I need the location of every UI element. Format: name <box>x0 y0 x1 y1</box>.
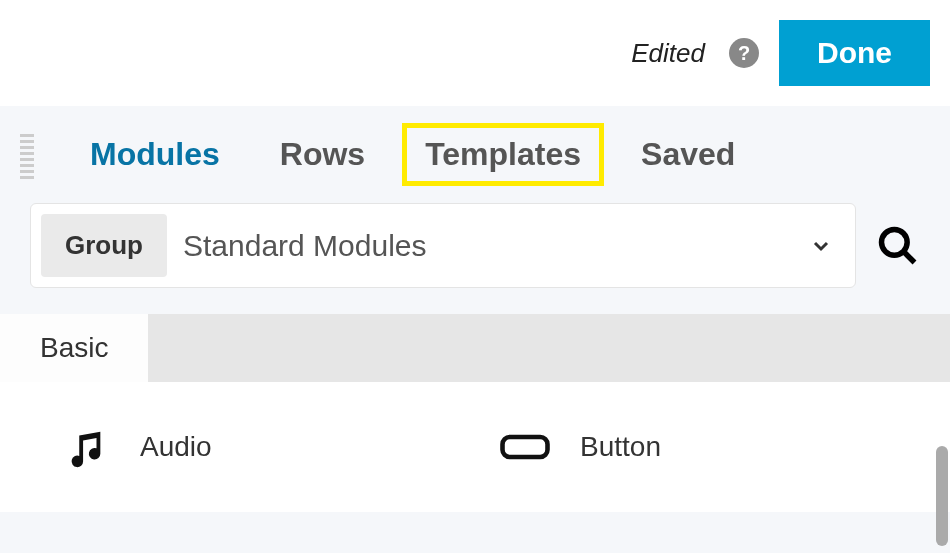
section-header-row: Basic <box>0 314 950 382</box>
module-button[interactable]: Button <box>500 422 900 472</box>
scrollbar[interactable] <box>936 446 948 546</box>
help-icon[interactable]: ? <box>729 38 759 68</box>
search-icon[interactable] <box>876 224 920 268</box>
module-label-audio: Audio <box>140 431 212 463</box>
group-value: Standard Modules <box>183 229 793 263</box>
group-select[interactable]: Group Standard Modules <box>30 203 856 288</box>
drag-handle-icon[interactable] <box>20 134 34 179</box>
button-icon <box>500 422 550 472</box>
svg-point-0 <box>882 229 908 255</box>
tab-templates[interactable]: Templates <box>402 123 604 186</box>
chevron-down-icon <box>809 234 833 258</box>
modules-area: Audio Button <box>0 382 950 512</box>
filter-row: Group Standard Modules <box>0 203 950 314</box>
tab-rows[interactable]: Rows <box>280 136 365 173</box>
done-button[interactable]: Done <box>779 20 930 86</box>
group-badge: Group <box>41 214 167 277</box>
svg-line-1 <box>904 251 915 262</box>
music-note-icon <box>60 422 110 472</box>
edited-label: Edited <box>631 38 705 69</box>
section-basic-header: Basic <box>0 314 148 382</box>
module-audio[interactable]: Audio <box>60 422 460 472</box>
module-label-button: Button <box>580 431 661 463</box>
top-bar: Edited ? Done <box>0 0 950 106</box>
svg-rect-2 <box>503 437 548 457</box>
builder-panel: Modules Rows Templates Saved Group Stand… <box>0 106 950 553</box>
tab-modules[interactable]: Modules <box>90 136 220 173</box>
panel-tabs: Modules Rows Templates Saved <box>0 116 950 203</box>
tab-saved[interactable]: Saved <box>641 136 735 173</box>
